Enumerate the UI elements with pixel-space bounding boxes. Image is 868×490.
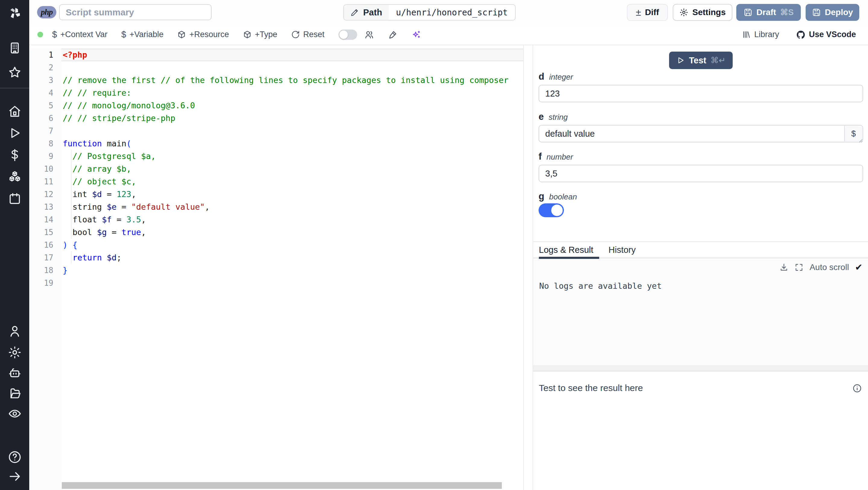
indent-guide [71, 251, 71, 264]
code-line[interactable]: function main( [61, 137, 523, 150]
code-line[interactable]: bool $g = true, [61, 226, 523, 239]
sidebar-divider [0, 88, 29, 88]
use-vscode-label: Use VScode [809, 30, 856, 39]
runs-play-icon[interactable] [8, 126, 22, 140]
field-toggle-g[interactable] [538, 203, 564, 217]
code-line[interactable]: } [61, 264, 523, 277]
folders-icon[interactable] [8, 386, 22, 400]
package-icon [243, 30, 252, 39]
field-type: string [549, 113, 568, 122]
field-input-f[interactable] [538, 165, 863, 182]
format-brush-icon[interactable] [388, 30, 398, 39]
home-icon[interactable] [8, 105, 22, 118]
code-line[interactable] [61, 277, 523, 289]
summary-input[interactable] [59, 4, 212, 20]
add-resource-label: +Resource [189, 30, 229, 39]
code-line[interactable]: // object $c, [61, 175, 523, 188]
gear-icon [679, 8, 688, 17]
result-splitter[interactable] [533, 365, 868, 371]
expand-sidebar-arrow-icon[interactable] [8, 469, 22, 483]
download-icon[interactable] [779, 263, 788, 272]
code-line[interactable]: // // require: [61, 87, 523, 99]
library-icon [742, 30, 751, 39]
code-line[interactable]: int $d = 123, [61, 188, 523, 201]
indent-guide [71, 201, 71, 213]
code-line[interactable] [61, 125, 523, 137]
add-resource-button[interactable]: +Resource [177, 30, 229, 39]
test-shortcut: ⌘↵ [710, 56, 725, 65]
test-button[interactable]: Test ⌘↵ [669, 52, 733, 69]
diff-button[interactable]: ± Diff [627, 4, 668, 21]
workspace-building-icon[interactable] [8, 41, 22, 55]
horizontal-scrollbar[interactable] [62, 482, 502, 489]
code-editor[interactable]: 12345678910111213141516171819 <?php// re… [29, 45, 524, 490]
field-name: g [538, 191, 544, 202]
ai-sparkles-icon[interactable] [411, 30, 421, 39]
line-number: 14 [29, 213, 61, 226]
code-line[interactable]: // // monolog/monolog@3.6.0 [61, 99, 523, 112]
language-badge: php [37, 6, 56, 19]
tab-logs-result[interactable]: Logs & Result [539, 242, 593, 258]
indent-guide [71, 213, 71, 226]
schedules-calendar-icon[interactable] [8, 192, 22, 205]
code-line[interactable]: // remove the first // of the following … [61, 74, 523, 87]
user-icon[interactable] [8, 324, 22, 338]
code-line[interactable]: // // stripe/stripe-php [61, 112, 523, 125]
field-type: boolean [549, 192, 577, 202]
variables-dollar-icon[interactable] [8, 148, 22, 162]
path-box[interactable]: Path u/henri/honored_script [343, 4, 516, 21]
field-input-d[interactable] [538, 85, 863, 102]
resources-cubes-icon[interactable] [8, 170, 22, 184]
test-label: Test [689, 56, 706, 65]
diff-mode-toggle[interactable] [338, 30, 357, 40]
tab-history[interactable]: History [609, 242, 636, 258]
deploy-label: Deploy [825, 7, 853, 17]
plus-minus-icon: ± [636, 7, 641, 17]
audit-logs-eye-icon[interactable] [8, 407, 22, 421]
settings-gear-icon[interactable] [8, 345, 22, 359]
code-line[interactable]: <?php [61, 49, 523, 61]
code-line[interactable]: ) { [61, 239, 523, 251]
field-input-e[interactable] [538, 125, 863, 142]
code-line[interactable]: return $d; [61, 251, 523, 264]
library-button[interactable]: Library [742, 30, 779, 39]
deploy-button[interactable]: Deploy [806, 4, 859, 21]
code-line[interactable]: float $f = 3.5, [61, 213, 523, 226]
help-icon[interactable] [8, 450, 22, 464]
code-line[interactable]: string $e = "default value", [61, 201, 523, 213]
save-icon [744, 8, 752, 17]
code-line[interactable]: // array $b, [61, 163, 523, 175]
line-number: 11 [29, 175, 61, 188]
autoscroll-checkmark[interactable]: ✔ [855, 262, 863, 272]
line-number: 12 [29, 188, 61, 201]
library-label: Library [754, 30, 779, 39]
reset-button[interactable]: Reset [291, 30, 324, 39]
add-context-var-label: +Context Var [60, 30, 107, 39]
favorites-star-icon[interactable] [8, 65, 22, 79]
code-line[interactable]: // Postgresql $a, [61, 150, 523, 163]
use-vscode-button[interactable]: Use VScode [796, 30, 856, 39]
add-variable-label: +Variable [130, 30, 164, 39]
code-lines[interactable]: <?php// remove the first // of the follo… [61, 49, 523, 490]
add-context-var-button[interactable]: $ +Context Var [52, 30, 107, 39]
draft-button[interactable]: Draft ⌘S [736, 4, 801, 21]
line-number: 6 [29, 112, 61, 125]
multiplayer-users-icon[interactable] [364, 30, 374, 39]
line-numbers: 12345678910111213141516171819 [29, 49, 61, 490]
indent-guide [71, 188, 71, 201]
settings-button[interactable]: Settings [673, 4, 733, 21]
line-number: 3 [29, 74, 61, 87]
resize-handle[interactable] [858, 138, 863, 143]
line-number: 10 [29, 163, 61, 175]
add-variable-button[interactable]: $ +Variable [121, 30, 163, 39]
logs-toolbar: Auto scroll ✔ [779, 262, 863, 272]
topbar: php Path u/henri/honored_script ± Diff S… [29, 0, 868, 24]
field-name: e [538, 111, 544, 122]
path-value: u/henri/honored_script [389, 5, 515, 20]
code-line[interactable] [61, 61, 523, 74]
add-type-button[interactable]: +Type [243, 30, 277, 39]
info-icon[interactable] [852, 383, 862, 393]
expand-icon[interactable] [795, 263, 804, 272]
workers-robot-icon[interactable] [8, 366, 22, 380]
windmill-logo-icon[interactable] [8, 6, 22, 20]
